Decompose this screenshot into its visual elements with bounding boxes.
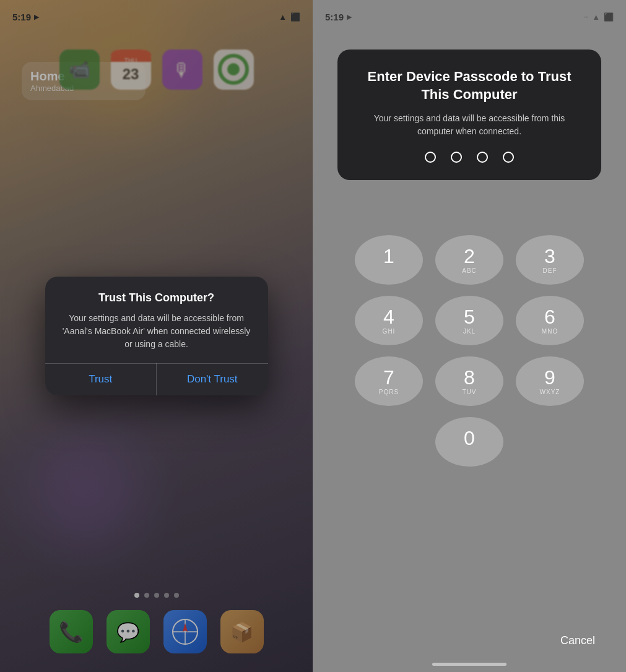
alert-overlay: Trust This Computer? Your settings and d… [0,0,313,672]
key-6-num: 6 [544,307,555,327]
keypad-row-1: 1 2 ABC 3 DEF [331,235,607,285]
key-6-letters: MNO [542,328,558,335]
key-1[interactable]: 1 [355,235,423,285]
status-bar-right: 5:19 ▶ ··· ▲ ⬛ [313,0,626,27]
keypad: 1 2 ABC 3 DEF 4 GHI 5 JKL 6 [313,235,626,478]
key-0[interactable]: 0 [435,417,503,467]
key-5-letters: JKL [463,328,476,335]
passcode-dot-1 [425,152,436,163]
key-7-letters: PQRS [379,389,399,395]
key-8-num: 8 [464,368,475,387]
passcode-card: Enter Device Passcode to Trust This Comp… [337,50,601,180]
battery-icon-right: ⬛ [604,12,614,22]
keypad-row-2: 4 GHI 5 JKL 6 MNO [331,296,607,345]
key-9-num: 9 [544,368,555,387]
passcode-dot-4 [503,152,514,163]
key-4-num: 4 [383,307,394,327]
wifi-icon-right: ▲ [592,12,600,22]
passcode-subtitle: Your settings and data will be accessibl… [356,112,583,138]
key-9-letters: WXYZ [540,389,560,395]
passcode-dot-3 [477,152,488,163]
key-2-num: 2 [464,246,475,266]
trust-button[interactable]: Trust [45,363,157,395]
keypad-row-3: 7 PQRS 8 TUV 9 WXYZ [331,356,607,406]
trust-alert-box: Trust This Computer? Your settings and d… [45,277,268,396]
key-4-letters: GHI [383,328,396,335]
signal-dots-right: ··· [584,12,588,21]
key-4[interactable]: 4 GHI [355,296,423,345]
key-2[interactable]: 2 ABC [435,235,503,285]
time-right: 5:19 [325,12,344,22]
cancel-button[interactable]: Cancel [560,634,595,647]
key-7[interactable]: 7 PQRS [355,356,423,406]
alert-content: Trust This Computer? Your settings and d… [45,277,268,363]
passcode-dots [356,152,583,163]
key-0-letters [468,449,471,456]
keypad-row-4: 0 [331,417,607,467]
key-9[interactable]: 9 WXYZ [516,356,584,406]
key-7-num: 7 [383,368,394,387]
phone-left: 5:19 ▶ ▲ ⬛ Home Ahmedabad 📹 23THU 🎙 [0,0,313,672]
key-8-letters: TUV [463,389,477,395]
phone-right: 5:19 ▶ ··· ▲ ⬛ Enter Device Passcode to … [313,0,626,672]
key-5-num: 5 [464,307,475,327]
key-3-letters: DEF [543,267,557,274]
key-1-letters [388,267,390,274]
alert-title: Trust This Computer? [60,291,253,304]
key-3[interactable]: 3 DEF [516,235,584,285]
status-icons-right: ··· ▲ ⬛ [584,12,614,22]
home-indicator-right [432,663,506,666]
key-2-letters: ABC [462,267,477,274]
key-1-num: 1 [383,246,394,266]
key-5[interactable]: 5 JKL [435,296,503,345]
key-8[interactable]: 8 TUV [435,356,503,406]
location-icon-right: ▶ [347,13,352,21]
passcode-dot-2 [451,152,462,163]
passcode-title: Enter Device Passcode to Trust This Comp… [356,68,583,103]
dont-trust-button[interactable]: Don't Trust [157,363,268,395]
key-0-num: 0 [464,428,475,448]
alert-message: Your settings and data will be accessibl… [60,312,253,351]
alert-buttons: Trust Don't Trust [45,363,268,395]
key-3-num: 3 [544,246,555,266]
key-6[interactable]: 6 MNO [516,296,584,345]
